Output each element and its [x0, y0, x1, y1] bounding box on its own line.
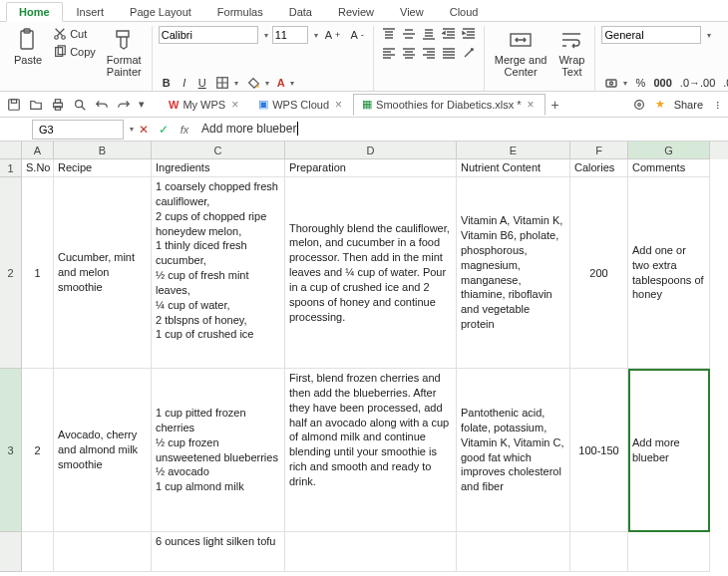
- copy-button[interactable]: Copy: [50, 44, 99, 60]
- orientation-button[interactable]: [460, 45, 478, 61]
- col-header-D[interactable]: D: [285, 142, 457, 159]
- italic-button[interactable]: I: [177, 76, 192, 90]
- chevron-down-icon[interactable]: ▾: [264, 31, 268, 40]
- borders-button[interactable]: ▾: [212, 75, 241, 91]
- bold-button[interactable]: B: [159, 76, 175, 90]
- row-header-3[interactable]: 3: [0, 369, 22, 532]
- col-header-B[interactable]: B: [54, 142, 152, 159]
- cell-A2[interactable]: 1: [22, 177, 54, 369]
- cell-E2[interactable]: Vitamin A, Vitamin K, Vitamin B6, pholat…: [457, 177, 570, 369]
- open-button[interactable]: [26, 96, 46, 114]
- cell-G2[interactable]: Add one or two extra tablespoons of hone…: [628, 177, 710, 369]
- fill-color-button[interactable]: ▾: [243, 75, 272, 91]
- cell-D4[interactable]: [285, 532, 457, 572]
- indent-increase-button[interactable]: [460, 26, 478, 42]
- comma-button[interactable]: 000: [650, 76, 674, 90]
- cell-G4[interactable]: [628, 532, 710, 572]
- merge-center-button[interactable]: Merge and Center: [491, 26, 551, 80]
- cell-C1[interactable]: Ingredients: [152, 159, 285, 177]
- col-header-E[interactable]: E: [457, 142, 570, 159]
- qat-more-button[interactable]: ▾: [136, 96, 148, 113]
- chevron-down-icon[interactable]: ▾: [314, 31, 318, 40]
- increase-decimal-button[interactable]: .0→.00: [677, 76, 718, 90]
- row-header-2[interactable]: 2: [0, 177, 22, 369]
- redo-button[interactable]: [114, 96, 134, 114]
- align-left-button[interactable]: [380, 45, 398, 61]
- cell-G3[interactable]: Add more blueber: [628, 369, 710, 532]
- align-center-button[interactable]: [400, 45, 418, 61]
- settings-icon[interactable]: [629, 96, 649, 114]
- cell-B2[interactable]: Cucumber, mint and melon smoothie: [54, 177, 152, 369]
- decrease-decimal-button[interactable]: .00→.0: [720, 76, 728, 90]
- ribbon-tab-review[interactable]: Review: [326, 3, 386, 21]
- select-all-corner[interactable]: [0, 142, 22, 159]
- font-name-select[interactable]: [159, 26, 258, 44]
- align-top-button[interactable]: [380, 26, 398, 42]
- save-button[interactable]: [4, 96, 24, 114]
- cancel-edit-button[interactable]: ✕: [134, 123, 154, 137]
- cell-E4[interactable]: [457, 532, 570, 572]
- print-button[interactable]: [48, 96, 68, 114]
- preview-button[interactable]: [70, 96, 90, 114]
- cell-C3[interactable]: 1 cup pitted frozen cherries ½ cup froze…: [152, 369, 285, 532]
- col-header-F[interactable]: F: [570, 142, 628, 159]
- confirm-edit-button[interactable]: ✓: [154, 123, 174, 137]
- cell-C4[interactable]: 6 ounces light silken tofu: [152, 532, 285, 572]
- cell-A3[interactable]: 2: [22, 369, 54, 532]
- cell-B1[interactable]: Recipe: [54, 159, 152, 177]
- overflow-icon[interactable]: ⫶: [712, 97, 724, 113]
- ribbon-tab-data[interactable]: Data: [277, 3, 324, 21]
- wrap-text-button[interactable]: Wrap Text: [554, 26, 588, 80]
- ribbon-tab-view[interactable]: View: [388, 3, 436, 21]
- cell-E3[interactable]: Pantothenic acid, folate, potassium, Vit…: [457, 369, 570, 532]
- col-header-A[interactable]: A: [22, 142, 54, 159]
- cell-F4[interactable]: [570, 532, 628, 572]
- cell-D1[interactable]: Preparation: [285, 159, 457, 177]
- cell-E1[interactable]: Nutrient Content: [457, 159, 570, 177]
- row-header-4[interactable]: [0, 532, 22, 572]
- font-color-button[interactable]: A▾: [274, 76, 297, 90]
- indent-decrease-button[interactable]: [440, 26, 458, 42]
- undo-button[interactable]: [92, 96, 112, 114]
- doc-tab-file[interactable]: ▦ Smoothies for Diabetics.xlsx * ×: [353, 94, 546, 116]
- cut-button[interactable]: Cut: [50, 26, 99, 42]
- chevron-down-icon[interactable]: ▾: [707, 31, 711, 40]
- name-box[interactable]: [32, 120, 124, 140]
- cell-C2[interactable]: 1 coarsely chopped fresh cauliflower, 2 …: [152, 177, 285, 369]
- ribbon-tab-cloud[interactable]: Cloud: [438, 3, 491, 21]
- cell-A4[interactable]: [22, 532, 54, 572]
- new-tab-button[interactable]: +: [546, 95, 565, 115]
- cell-B4[interactable]: [54, 532, 152, 572]
- ribbon-tab-home[interactable]: Home: [6, 2, 63, 22]
- close-icon[interactable]: ×: [333, 98, 344, 112]
- ribbon-tab-formulas[interactable]: Formulas: [205, 3, 275, 21]
- justify-button[interactable]: [440, 45, 458, 61]
- fx-icon[interactable]: fx: [174, 124, 195, 136]
- cell-D2[interactable]: Thoroughly blend the cauliflower, melon,…: [285, 177, 457, 369]
- cell-A1[interactable]: S.No: [22, 159, 54, 177]
- cell-D3[interactable]: First, blend frozen cherries and then ad…: [285, 369, 457, 532]
- number-format-select[interactable]: [601, 26, 701, 44]
- cell-F3[interactable]: 100-150: [570, 369, 628, 532]
- close-icon[interactable]: ×: [229, 98, 240, 112]
- font-size-select[interactable]: [272, 26, 308, 44]
- col-header-G[interactable]: G: [628, 142, 710, 159]
- align-right-button[interactable]: [420, 45, 438, 61]
- align-middle-button[interactable]: [400, 26, 418, 42]
- ribbon-tab-page-layout[interactable]: Page Layout: [118, 3, 203, 21]
- cell-G1[interactable]: Comments: [628, 159, 710, 177]
- paste-button[interactable]: Paste: [10, 26, 46, 68]
- format-painter-button[interactable]: Format Painter: [103, 26, 146, 80]
- cell-B3[interactable]: Avocado, cherry and almond milk smoothie: [54, 369, 152, 532]
- formula-input[interactable]: Add more blueber: [195, 120, 726, 140]
- doc-tab-cloud[interactable]: ▣ WPS Cloud ×: [249, 94, 353, 116]
- cell-F1[interactable]: Calories: [570, 159, 628, 177]
- doc-tab-mywps[interactable]: W My WPS ×: [160, 94, 249, 116]
- underline-button[interactable]: U: [194, 76, 210, 90]
- close-icon[interactable]: ×: [526, 98, 537, 112]
- increase-font-button[interactable]: A+: [322, 28, 344, 42]
- currency-button[interactable]: ▾: [601, 75, 630, 91]
- decrease-font-button[interactable]: A-: [347, 28, 366, 42]
- cell-F2[interactable]: 200: [570, 177, 628, 369]
- share-button[interactable]: Share: [671, 98, 706, 112]
